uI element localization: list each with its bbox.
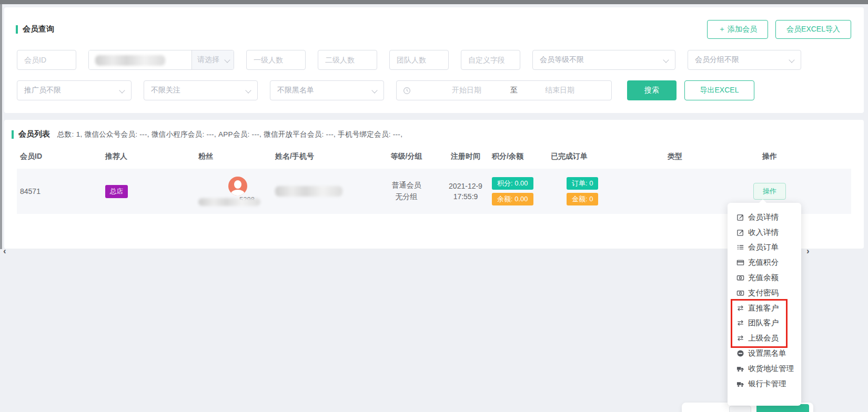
member-level-select[interactable]: 会员等级不限 <box>532 50 675 70</box>
menu-item-member-detail[interactable]: 会员详情 <box>728 210 801 225</box>
menu-item-pay-password[interactable]: 支付密码 <box>728 285 801 301</box>
col-member-id: 会员ID <box>17 147 102 169</box>
amount-badge: 金额: 0 <box>567 193 598 205</box>
browser-top-strip <box>0 0 868 4</box>
blacklist-select[interactable]: 不限黑名单 <box>270 80 384 100</box>
row-action-button[interactable]: 操作 <box>753 183 786 200</box>
cell-points-balance: 积分: 0.00 余额: 0.00 <box>489 169 548 214</box>
team-count-input[interactable] <box>389 50 449 70</box>
keyword-type-value: 请选择 <box>197 55 219 65</box>
excel-import-button[interactable]: 会员EXCEL导入 <box>775 20 851 39</box>
points-badge: 积分: 0.00 <box>492 177 533 190</box>
scroll-left-arrow[interactable]: ‹ <box>3 246 6 256</box>
cell-name-phone <box>272 169 370 214</box>
col-name-phone: 姓名/手机号 <box>272 147 370 169</box>
truck-icon <box>736 365 744 373</box>
blacklist-value: 不限黑名单 <box>277 86 314 95</box>
member-query-panel: 会员查询 ＋ 添加会员 会员EXCEL导入 请选择 会员等级不限 会员分组不限 <box>4 7 864 113</box>
balance-badge: 余额: 0.00 <box>492 193 533 205</box>
title-accent-bar <box>16 25 18 34</box>
menu-item-set-blacklist[interactable]: 设置黑名单 <box>728 346 801 361</box>
chevron-down-icon <box>224 57 230 63</box>
chevron-down-icon <box>119 87 125 93</box>
pagination-prev-button[interactable] <box>729 406 751 412</box>
date-start-placeholder: 开始日期 <box>452 86 481 95</box>
exchange-icon <box>736 304 744 312</box>
reg-date: 2021-12-9 <box>449 182 482 190</box>
avatar <box>228 177 247 195</box>
money-icon <box>736 289 744 297</box>
cell-fans: 5298 <box>195 169 272 214</box>
menu-item-recharge-points[interactable]: 充值积分 <box>728 255 801 270</box>
cell-type <box>625 169 725 214</box>
chevron-down-icon <box>245 87 251 93</box>
keyword-type-select[interactable]: 请选择 <box>191 50 234 69</box>
panel-title-row: 会员查询 <box>16 24 54 34</box>
level2-count-input[interactable] <box>318 50 377 70</box>
keyword-input-group: 请选择 <box>88 50 234 70</box>
credit-card-icon <box>736 259 744 266</box>
table-row: 84571 总店 5298 普 <box>17 169 851 214</box>
add-member-button[interactable]: ＋ 添加会员 <box>707 20 768 39</box>
chevron-down-icon <box>371 87 377 93</box>
list-title: 会员列表 <box>18 129 50 139</box>
menu-item-upline-member[interactable]: 上级会员 <box>728 331 801 346</box>
exchange-icon <box>736 334 744 342</box>
cell-level-group: 普通会员 无分组 <box>370 169 442 214</box>
redacted-fans-name <box>198 198 260 206</box>
page-title: 会员查询 <box>23 24 54 34</box>
col-level-group: 等级/分组 <box>370 147 442 169</box>
menu-item-member-orders[interactable]: 会员订单 <box>728 240 801 255</box>
promoter-select[interactable]: 推广员不限 <box>17 80 132 100</box>
menu-item-team-customers[interactable]: 团队客户 <box>728 316 801 331</box>
row-actions-menu: 会员详情 收入详情 会员订单 充值积分 充值余额 支付密码 直推客户 团队客户 … <box>728 203 801 406</box>
promoter-value: 推广员不限 <box>24 86 61 95</box>
money-icon <box>736 274 744 282</box>
cell-completed-orders: 订单: 0 金额: 0 <box>548 169 625 214</box>
menu-item-bank-cards[interactable]: 银行卡管理 <box>728 376 801 392</box>
truck-icon <box>736 380 744 388</box>
member-stats: 总数: 1, 微信公众号会员: ---, 微信小程序会员: ---, APP会员… <box>57 130 402 139</box>
date-separator: 至 <box>510 86 518 95</box>
menu-item-shipping-address[interactable]: 收货地址管理 <box>728 361 801 376</box>
date-end-placeholder: 结束日期 <box>545 86 574 95</box>
member-level-value: 会员等级不限 <box>540 55 584 65</box>
table-header-row: 会员ID 推荐人 粉丝 姓名/手机号 等级/分组 注册时间 积分/余额 已完成订… <box>17 147 851 169</box>
chevron-down-icon <box>789 57 794 63</box>
ban-icon <box>736 349 744 357</box>
col-fans: 粉丝 <box>195 147 272 169</box>
export-excel-button[interactable]: 导出EXCEL <box>684 80 754 100</box>
menu-item-direct-customers[interactable]: 直推客户 <box>728 301 801 316</box>
date-range-picker[interactable]: 开始日期 至 结束日期 <box>396 80 612 100</box>
edit-icon <box>736 229 744 236</box>
level1-count-input[interactable] <box>246 50 306 70</box>
chevron-down-icon <box>663 57 669 63</box>
redacted-name-phone <box>275 186 342 197</box>
search-button[interactable]: 搜索 <box>627 80 677 100</box>
follow-value: 不限关注 <box>151 86 180 95</box>
redacted-keyword-value <box>95 55 165 66</box>
custom-field-input[interactable] <box>461 50 520 70</box>
member-group-select[interactable]: 会员分组不限 <box>688 50 801 70</box>
member-id-input[interactable] <box>17 50 76 70</box>
cell-referrer: 总店 <box>102 169 195 214</box>
list-icon <box>736 243 744 251</box>
title-accent-bar <box>12 130 14 139</box>
orders-badge: 订单: 0 <box>567 177 598 190</box>
referrer-badge: 总店 <box>105 185 128 198</box>
member-level: 普通会员 <box>392 181 421 190</box>
reg-time: 17:55:9 <box>453 192 478 201</box>
cell-reg-time: 2021-12-9 17:55:9 <box>442 169 489 214</box>
member-group: 无分组 <box>396 192 418 202</box>
sidebar-edge-strip <box>0 4 2 249</box>
col-reg-time: 注册时间 <box>442 147 489 169</box>
scroll-right-arrow[interactable]: › <box>806 246 810 256</box>
clock-icon <box>403 87 411 95</box>
follow-select[interactable]: 不限关注 <box>144 80 258 100</box>
menu-item-recharge-balance[interactable]: 充值余额 <box>728 270 801 285</box>
col-referrer: 推荐人 <box>102 147 195 169</box>
col-type: 类型 <box>625 147 725 169</box>
member-table: 会员ID 推荐人 粉丝 姓名/手机号 等级/分组 注册时间 积分/余额 已完成订… <box>17 147 851 214</box>
col-actions: 操作 <box>725 147 814 169</box>
menu-item-income-detail[interactable]: 收入详情 <box>728 225 801 240</box>
